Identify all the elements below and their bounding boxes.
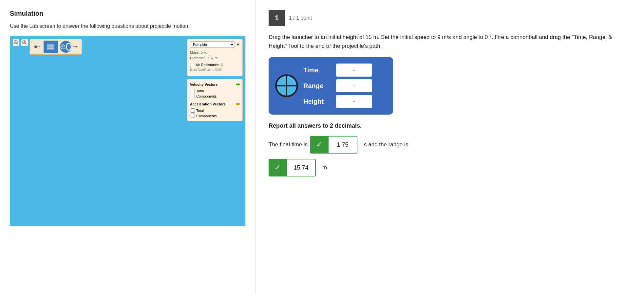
time-label: Time	[303, 66, 333, 74]
range-row: Range -	[303, 79, 387, 92]
range-value: -	[336, 79, 372, 92]
svg-line-6	[26, 44, 27, 45]
tool-display: Time - Range - Height -	[269, 57, 393, 115]
drag-coefficient: Drag Coefficient: 0.60	[190, 68, 240, 71]
question-header: 1 1 / 1 point	[269, 10, 631, 26]
range-label: Range	[303, 82, 333, 90]
air-resistance-checkbox[interactable]	[190, 63, 194, 67]
velocity-total-row: Total	[191, 89, 240, 93]
target-icon[interactable]	[60, 41, 72, 53]
left-panel: Simulation Use the Lab screen to answer …	[0, 0, 256, 294]
question-points: 1 / 1 point	[289, 15, 312, 21]
acceleration-total-checkbox[interactable]	[191, 108, 195, 113]
air-resistance-row: Air Resistance ⚙	[190, 63, 240, 67]
object-mass: Mass: 5 kg	[190, 50, 240, 55]
answer-row-2: ✓ 15.74 m.	[269, 159, 631, 176]
tool-fields: Time - Range - Height -	[303, 64, 387, 108]
velocity-total-label: Total	[196, 89, 204, 93]
velocity-total-checkbox[interactable]	[191, 89, 195, 93]
zoom-controls	[12, 39, 28, 46]
air-resistance-label: Air Resistance	[196, 63, 219, 67]
answer2-check-box: ✓	[269, 159, 286, 176]
toolbar-panel[interactable]	[29, 39, 82, 55]
simulation-area[interactable]: Pumpkin ▼ Mass: 5 kg Diameter: 0.37 m Ai…	[10, 36, 245, 226]
object-panel: Pumpkin ▼ Mass: 5 kg Diameter: 0.37 m Ai…	[187, 39, 243, 76]
answer2-checkmark-icon: ✓	[275, 163, 280, 172]
question-number-badge: 1	[269, 10, 285, 26]
toolbar-connector	[34, 45, 42, 49]
height-value: -	[336, 95, 372, 108]
acceleration-vectors-title: Acceleration Vectors ➡	[190, 101, 240, 107]
object-select[interactable]: Pumpkin	[190, 41, 235, 48]
tool-display-inner: Time - Range - Height -	[275, 64, 387, 108]
object-diameter: Diameter: 0.37 m	[190, 55, 240, 61]
height-label: Height	[303, 98, 333, 105]
answer1-suffix: s and the range is	[364, 141, 408, 148]
acceleration-arrow-icon: ➡	[236, 101, 240, 107]
zoom-in-button[interactable]	[21, 39, 28, 46]
acceleration-components-label: Components	[196, 114, 217, 118]
acceleration-total-row: Total	[191, 108, 240, 113]
dropdown-arrow-icon: ▼	[236, 43, 240, 46]
velocity-vectors-title: Velocity Vectors ➡	[190, 81, 240, 87]
simulation-description: Use the Lab screen to answer the followi…	[10, 23, 245, 30]
vectors-panel: Velocity Vectors ➡ Total Components Acce…	[187, 79, 243, 121]
svg-marker-12	[76, 46, 78, 48]
arrow-right-icon	[73, 45, 78, 48]
answer1-checkmark-icon: ✓	[316, 140, 322, 149]
velocity-components-checkbox[interactable]	[191, 94, 195, 98]
object-dropdown-row: Pumpkin ▼	[190, 41, 240, 48]
velocity-components-label: Components	[196, 94, 217, 98]
answer-row-1: The final time is ✓ 1.75 s and the range…	[269, 136, 631, 154]
answer2-suffix: m.	[322, 164, 329, 171]
time-value: -	[336, 64, 372, 77]
answer1-value[interactable]: 1.75	[328, 136, 357, 154]
report-text: Report all answers to 2 decimals.	[269, 122, 631, 129]
table-icon[interactable]	[44, 41, 58, 53]
question-number: 1	[275, 14, 279, 22]
answer1-prefix: The final time is	[269, 141, 308, 148]
svg-line-2	[17, 44, 18, 45]
height-row: Height -	[303, 95, 387, 108]
time-row: Time -	[303, 64, 387, 77]
answer2-value[interactable]: 15.74	[286, 159, 316, 176]
object-info: Mass: 5 kg Diameter: 0.37 m	[190, 50, 240, 61]
air-resistance-icon: ⚙	[220, 63, 224, 67]
zoom-out-button[interactable]	[12, 39, 20, 46]
answer1-check-box: ✓	[310, 136, 328, 154]
velocity-components-row: Components	[191, 94, 240, 98]
acceleration-components-checkbox[interactable]	[191, 114, 195, 118]
crosshair-icon	[275, 74, 298, 97]
acceleration-total-label: Total	[196, 109, 204, 113]
acceleration-components-row: Components	[191, 114, 240, 118]
right-panel: 1 1 / 1 point Drag the launcher to an in…	[256, 0, 644, 294]
velocity-arrow-icon: ➡	[236, 81, 240, 87]
simulation-title: Simulation	[10, 10, 245, 17]
question-body: Drag the launcher to an initial height o…	[269, 33, 631, 50]
